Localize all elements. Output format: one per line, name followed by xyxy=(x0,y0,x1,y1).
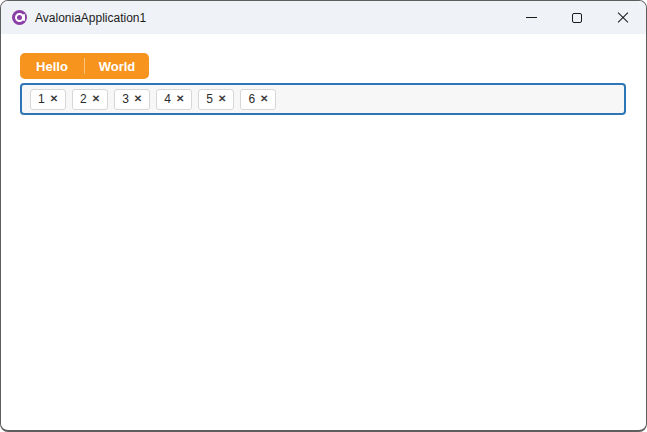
avalonia-logo-icon xyxy=(12,10,27,25)
window-title: AvaloniaApplication1 xyxy=(35,11,146,25)
tag-chip-label: 2 xyxy=(80,92,87,106)
chip-remove-icon[interactable]: ✕ xyxy=(260,94,268,104)
chip-remove-icon[interactable]: ✕ xyxy=(176,94,184,104)
tag-chip-label: 4 xyxy=(164,92,171,106)
tag-chip[interactable]: 1 ✕ xyxy=(30,89,66,110)
maximize-icon xyxy=(572,13,582,23)
close-button[interactable] xyxy=(600,1,646,34)
minimize-icon xyxy=(526,17,537,18)
hello-button[interactable]: Hello xyxy=(20,53,84,79)
app-window: AvaloniaApplication1 Hello World 1 ✕ xyxy=(0,0,647,432)
hello-world-split-button: Hello World xyxy=(20,53,149,79)
tag-chip-label: 3 xyxy=(122,92,129,106)
minimize-button[interactable] xyxy=(508,1,554,34)
tag-chip-label: 6 xyxy=(248,92,255,106)
chip-remove-icon[interactable]: ✕ xyxy=(218,94,226,104)
tag-chip-label: 1 xyxy=(38,92,45,106)
tag-chip[interactable]: 6 ✕ xyxy=(240,89,276,110)
tag-input-box[interactable]: 1 ✕ 2 ✕ 3 ✕ 4 ✕ 5 ✕ 6 ✕ xyxy=(20,83,626,115)
tag-chip-label: 5 xyxy=(206,92,213,106)
tag-chip[interactable]: 5 ✕ xyxy=(198,89,234,110)
window-content: Hello World 1 ✕ 2 ✕ 3 ✕ 4 ✕ 5 ✕ 6 xyxy=(1,34,646,115)
tag-chip[interactable]: 3 ✕ xyxy=(114,89,150,110)
world-button[interactable]: World xyxy=(85,53,149,79)
tag-chip[interactable]: 2 ✕ xyxy=(72,89,108,110)
title-bar: AvaloniaApplication1 xyxy=(1,1,646,34)
chip-remove-icon[interactable]: ✕ xyxy=(92,94,100,104)
chip-remove-icon[interactable]: ✕ xyxy=(50,94,58,104)
chip-remove-icon[interactable]: ✕ xyxy=(134,94,142,104)
close-icon xyxy=(617,12,629,24)
caption-buttons xyxy=(508,1,646,34)
tag-chip[interactable]: 4 ✕ xyxy=(156,89,192,110)
maximize-button[interactable] xyxy=(554,1,600,34)
